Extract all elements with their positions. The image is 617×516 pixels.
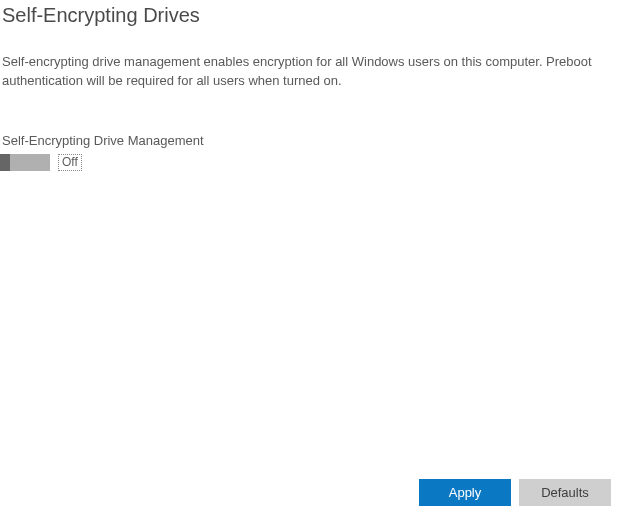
sed-management-toggle[interactable] <box>0 154 50 171</box>
toggle-label: Self-Encrypting Drive Management <box>0 91 617 148</box>
page-description: Self-encrypting drive management enables… <box>0 27 617 91</box>
toggle-status-text: Off <box>58 154 82 171</box>
footer-buttons: Apply Defaults <box>419 479 611 506</box>
defaults-button[interactable]: Defaults <box>519 479 611 506</box>
apply-button[interactable]: Apply <box>419 479 511 506</box>
toggle-handle <box>0 154 10 171</box>
toggle-row: Off <box>0 148 617 171</box>
page-title: Self-Encrypting Drives <box>0 0 617 27</box>
